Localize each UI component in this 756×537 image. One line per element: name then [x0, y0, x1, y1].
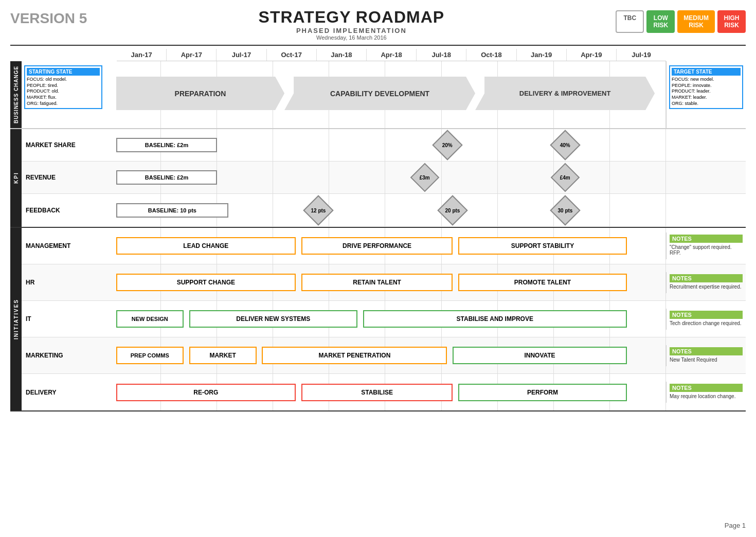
- it-notes-cell: NOTES Tech direction change required.: [666, 309, 746, 330]
- kpi-label: KPI: [10, 129, 22, 227]
- mgmt-notes-text: "Change" support required. RFP.: [670, 243, 743, 257]
- biz-change-right: TARGET STATE FOCUS: new model.PEOPLE: in…: [666, 61, 746, 128]
- support-stability: SUPPORT STABILITY: [458, 237, 626, 255]
- kpi-revenue-content: BASELINE: £2m £3m £4m: [105, 162, 666, 193]
- rev-4m-label: £4m: [560, 174, 570, 180]
- delivery-notes-cell: NOTES May require location change.: [666, 382, 746, 403]
- title-block: STRATEGY ROADMAP PHASED IMPLEMENTATION W…: [87, 8, 616, 41]
- deliver-new-systems: DELIVER NEW SYSTEMS: [189, 310, 357, 328]
- preparation-label: PREPARATION: [116, 77, 284, 110]
- fb-30pts-diamond: 30 pts: [550, 195, 580, 225]
- page-container: VERSION 5 STRATEGY ROADMAP PHASED IMPLEM…: [0, 0, 756, 537]
- date-text: Wednesday, 16 March 2016: [87, 34, 616, 41]
- rev-3m-diamond: £3m: [410, 163, 440, 192]
- it-row: IT NEW DESIGN DELIVER NEW SYSTEMS STABIL…: [22, 301, 746, 337]
- kpi-feedback-row: FEEDBACK BASELINE: 10 pts 12 pts: [22, 194, 746, 226]
- rev-4m-diamond: £4m: [550, 163, 580, 192]
- capability-arrow: CAPABILITY DEVELOPMENT: [284, 77, 475, 110]
- version-label: VERSION 5: [10, 10, 87, 27]
- marketing-label: MARKETING: [22, 352, 105, 359]
- ms-40pct-diamond: 40%: [550, 130, 580, 160]
- mgmt-label: MANAGEMENT: [22, 242, 105, 249]
- initiatives-rows: MANAGEMENT LEAD CHANGE DRIVE PERFORMANCE…: [22, 228, 746, 410]
- timeline-col-jul17: Jul-17: [217, 49, 266, 61]
- timeline-spacer-right: [666, 49, 746, 61]
- timeline-col-jan19: Jan-19: [517, 49, 567, 61]
- fb-20pts-label: 20 pts: [445, 207, 460, 213]
- timeline-header: Jan-17 Apr-17 Jul-17 Oct-17 Jan-18 Apr-1…: [117, 49, 666, 61]
- it-notes-title: NOTES: [670, 311, 743, 319]
- marketing-notes-title: NOTES: [670, 347, 743, 355]
- biz-change-center: PREPARATION CAPABILITY DEVELOPMENT DELIV…: [105, 61, 666, 128]
- delivery-row: DELIVERY RE-ORG STABILISE PERFORM NOTES …: [22, 374, 746, 410]
- it-content: NEW DESIGN DELIVER NEW SYSTEMS STABILISE…: [105, 301, 666, 337]
- target-state-box: TARGET STATE FOCUS: new model.PEOPLE: in…: [669, 65, 743, 109]
- timeline-col-jan18: Jan-18: [317, 49, 367, 61]
- kpi-feedback-label: FEEDBACK: [22, 207, 105, 214]
- header: VERSION 5 STRATEGY ROADMAP PHASED IMPLEM…: [10, 8, 746, 41]
- target-state-text: FOCUS: new model.PEOPLE: innovate.PRODUC…: [672, 77, 741, 106]
- support-change: SUPPORT CHANGE: [116, 274, 296, 291]
- mgmt-notes-title: NOTES: [670, 235, 743, 243]
- ms-20pct-label: 20%: [442, 142, 452, 148]
- delivery-content: RE-ORG STABILISE PERFORM: [105, 374, 666, 410]
- stabilise: STABILISE: [301, 384, 453, 401]
- main-title: STRATEGY ROADMAP: [87, 8, 616, 27]
- hr-notes-text: Recruitment expertise required.: [670, 282, 743, 291]
- mgmt-content: LEAD CHANGE DRIVE PERFORMANCE SUPPORT ST…: [105, 228, 666, 264]
- starting-state-text: FOCUS: old model.PEOPLE: tired.PRODUCT: …: [27, 77, 100, 106]
- starting-state-title: STARTING STATE: [27, 68, 100, 76]
- biz-change-left: STARTING STATE FOCUS: old model.PEOPLE: …: [22, 61, 105, 128]
- risk-medium-badge: MEDIUMRISK: [677, 10, 715, 33]
- timeline-col-jul19: Jul-19: [617, 49, 666, 61]
- risk-high-badge: HIGHRISK: [717, 10, 746, 33]
- header-divider: [10, 45, 746, 46]
- timeline-col-jan17: Jan-17: [117, 49, 167, 61]
- rev-3m-label: £3m: [420, 174, 430, 180]
- fb-baseline: BASELINE: 10 pts: [116, 203, 228, 218]
- innovate: INNOVATE: [453, 347, 626, 364]
- risk-badges: TBC LOWRISK MEDIUMRISK HIGHRISK: [616, 10, 746, 33]
- fb-12pts-label: 12 pts: [311, 207, 326, 213]
- marketing-notes-cell: NOTES New Talent Required: [666, 345, 746, 366]
- kpi-market-share-label: MARKET SHARE: [22, 141, 105, 149]
- re-org: RE-ORG: [116, 384, 296, 401]
- starting-state-box: STARTING STATE FOCUS: old model.PEOPLE: …: [24, 65, 102, 109]
- risk-low-badge: LOWRISK: [646, 10, 675, 33]
- business-change-section: BUSINESS CHANGE STARTING STATE FOCUS: ol…: [10, 61, 746, 129]
- timeline-col-apr19: Apr-19: [567, 49, 617, 61]
- capability-label: CAPABILITY DEVELOPMENT: [284, 77, 475, 110]
- prep-comms: PREP COMMS: [116, 347, 184, 364]
- marketing-content: PREP COMMS MARKET MARKET PENETRATION INN…: [105, 337, 666, 373]
- initiatives-label: INITIATIVES: [10, 228, 22, 410]
- subtitle: PHASED IMPLEMENTATION: [87, 27, 616, 34]
- marketing-row: MARKETING PREP COMMS MARKET MARKET PENET…: [22, 337, 746, 374]
- it-notes-text: Tech direction change required.: [670, 319, 743, 328]
- ms-baseline: BASELINE: £2m: [116, 138, 217, 152]
- page-number: Page 1: [725, 522, 746, 529]
- kpi-revenue-row: REVENUE BASELINE: £2m £3m £4: [22, 162, 746, 194]
- new-design: NEW DESIGN: [116, 310, 184, 328]
- delivery-label: DELIVERY: [22, 389, 105, 396]
- mgmt-notes-cell: NOTES "Change" support required. RFP.: [666, 232, 746, 259]
- delivery-notes-title: NOTES: [670, 384, 743, 392]
- hr-content: SUPPORT CHANGE RETAIN TALENT PROMOTE TAL…: [105, 264, 666, 300]
- kpi-market-share-row: MARKET SHARE BASELINE: £2m 20%: [22, 129, 746, 162]
- kpi-section: KPI MARKET SHARE BASELINE: £2m: [10, 129, 746, 228]
- timeline-area: Jan-17 Apr-17 Jul-17 Oct-17 Jan-18 Apr-1…: [10, 49, 746, 61]
- timeline-col-apr18: Apr-18: [367, 49, 417, 61]
- kpi-feedback-content: BASELINE: 10 pts 12 pts 20 pts 30 pts: [105, 194, 666, 226]
- lead-change: LEAD CHANGE: [116, 237, 296, 255]
- hr-row: HR SUPPORT CHANGE RETAIN TALENT PROMOTE …: [22, 264, 746, 301]
- rev-baseline: BASELINE: £2m: [116, 170, 217, 185]
- delivery-notes-text: May require location change.: [670, 392, 743, 401]
- mgmt-row: MANAGEMENT LEAD CHANGE DRIVE PERFORMANCE…: [22, 228, 746, 264]
- hr-label: HR: [22, 279, 105, 286]
- preparation-arrow: PREPARATION: [116, 77, 284, 110]
- fb-20pts-diamond: 20 pts: [438, 195, 468, 225]
- hr-notes-cell: NOTES Recruitment expertise required.: [666, 272, 746, 293]
- drive-performance: DRIVE PERFORMANCE: [301, 237, 453, 255]
- retain-talent: RETAIN TALENT: [301, 274, 453, 291]
- timeline-col-oct18: Oct-18: [466, 49, 516, 61]
- timeline-spacer-left: [10, 49, 117, 61]
